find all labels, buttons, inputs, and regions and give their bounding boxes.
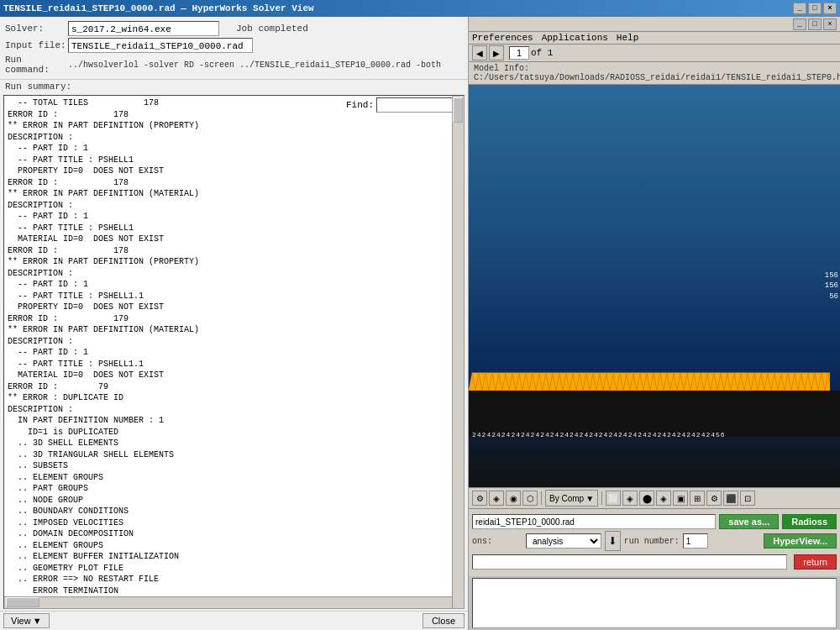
hyperview-button[interactable]: HyperView... (764, 533, 837, 549)
solver-value: s_2017.2_win64.exe (68, 21, 219, 36)
right-minimize-button[interactable]: _ (793, 18, 806, 30)
output-file-input[interactable] (472, 514, 716, 529)
find-bar: Find: (346, 97, 460, 113)
toolbar-btn-5[interactable]: ⬜ (606, 491, 621, 506)
toolbar-btn-3[interactable]: ◉ (506, 491, 521, 506)
viewport-numbers-right: 156 156 56 (825, 270, 838, 302)
job-status: Job completed (236, 24, 308, 34)
toolbar-btn-11[interactable]: ⚙ (706, 491, 722, 506)
separator-1 (541, 491, 542, 505)
right-window-controls: _ □ × (793, 18, 837, 30)
scroll-thumb-h (6, 597, 39, 607)
toolbar-btn-12[interactable]: ⬛ (723, 491, 738, 506)
toolbar-btn-1[interactable]: ⚙ (472, 491, 487, 506)
progress-row: return (472, 553, 837, 571)
analysis-label: ons: (472, 537, 522, 546)
window-controls: _ □ × (793, 3, 837, 14)
toolbar-btn-7[interactable]: ⬤ (639, 491, 654, 506)
run-number-label: run number: (624, 537, 680, 546)
viewport: 156 156 56 10 24242424242424242424242424… (469, 85, 840, 487)
analysis-dropdown-arrow[interactable]: ⬇ (605, 531, 621, 551)
left-bottom-bar: View ▼ Close (0, 611, 468, 630)
log-area[interactable]: -- TOTAL TILES 178 ERROR ID : 178 ** ERR… (3, 95, 465, 609)
mesh-svg (469, 370, 830, 391)
solver-view-panel: Solver: s_2017.2_win64.exe Job completed… (0, 17, 469, 630)
viewport-toolbar: ⚙ ◈ ◉ ⬡ By Comp ▼ ⬜ ◈ ⬤ ◈ ▣ ⊞ ⚙ ⬛ ⊡ (469, 487, 840, 509)
numbers-bottom: 2424242424242424242424242424242424242424… (469, 428, 840, 441)
main-title-bar: TENSILE_reidai1_STEP10_0000.rad — HyperW… (0, 0, 840, 17)
toolbar-btn-6[interactable]: ◈ (622, 491, 638, 506)
find-label: Find: (346, 100, 374, 110)
scrollbar-horizontal[interactable] (4, 596, 452, 608)
close-button[interactable]: Close (423, 613, 465, 628)
solver-label: Solver: (5, 24, 68, 34)
run-command-row: Run command: ../hwsolverlol -solver RD -… (5, 55, 463, 75)
close-window-button[interactable]: × (823, 3, 837, 14)
input-file-row: Input file: TENSILE_reidai1_STEP10_0000.… (5, 38, 463, 53)
applications-menu[interactable]: Applications (542, 33, 608, 43)
nav-back-button[interactable]: ◀ (472, 45, 487, 60)
toolbar-btn-13[interactable]: ⊡ (740, 491, 755, 506)
page-number-input[interactable] (509, 46, 529, 60)
toolbar-btn-4[interactable]: ⬡ (522, 491, 538, 506)
minimize-button[interactable]: _ (793, 3, 806, 14)
toolbar-btn-8[interactable]: ◈ (656, 491, 671, 506)
solver-row: Solver: s_2017.2_win64.exe Job completed (5, 21, 463, 36)
input-file-value: TENSILE_reidai1_STEP10_0000.rad (68, 38, 253, 53)
output-row: save as... Radioss (472, 514, 837, 529)
run-command-value: ../hwsolverlol -solver RD -screen ../TEN… (68, 60, 441, 70)
save-as-button[interactable]: save as... (719, 514, 779, 529)
main-container: Solver: s_2017.2_win64.exe Job completed… (0, 17, 840, 630)
right-close-button[interactable]: × (823, 18, 837, 30)
page-total: of 1 (531, 48, 553, 58)
progress-bar (472, 554, 787, 570)
scroll-thumb-v (453, 97, 463, 123)
find-input[interactable] (376, 97, 460, 113)
right-title-bar: _ □ × (469, 17, 840, 32)
input-file-label: Input file: (5, 40, 68, 50)
right-maximize-button[interactable]: □ (808, 18, 822, 30)
right-log-area (472, 578, 837, 628)
hyperworks-view-panel: _ □ × Preferences Applications Help ◀ ▶ … (469, 17, 840, 630)
toolbar-btn-2[interactable]: ◈ (489, 491, 504, 506)
page-info: of 1 (509, 46, 553, 60)
solver-header: Solver: s_2017.2_win64.exe Job completed… (0, 17, 468, 80)
maximize-button[interactable]: □ (808, 3, 822, 14)
scrollbar-vertical[interactable] (452, 96, 464, 608)
menu-bar: Preferences Applications Help (469, 32, 840, 45)
model-info-bar: Model Info: C:/Users/tatsuya/Downloads/R… (469, 62, 840, 85)
right-controls: save as... Radioss ons: analysis ⬇ run n… (469, 509, 840, 576)
run-command-label: Run command: (5, 55, 68, 75)
analysis-row: ons: analysis ⬇ run number: HyperView... (472, 531, 837, 551)
analysis-select[interactable]: analysis (526, 533, 601, 549)
view-button[interactable]: View ▼ (3, 613, 50, 628)
nav-toolbar: ◀ ▶ of 1 (469, 45, 840, 62)
run-summary-label: Run summary: (0, 80, 468, 93)
run-number-input[interactable] (683, 533, 708, 549)
separator-2 (601, 491, 602, 505)
toolbar-btn-9[interactable]: ▣ (673, 491, 688, 506)
nav-forward-button[interactable]: ▶ (489, 45, 504, 60)
app-title: TENSILE_reidai1_STEP10_0000.rad — HyperW… (3, 3, 314, 13)
by-comp-dropdown[interactable]: By Comp ▼ (545, 490, 598, 507)
toolbar-btn-10[interactable]: ⊞ (690, 491, 705, 506)
radioss-button[interactable]: Radioss (782, 514, 837, 529)
return-button[interactable]: return (794, 554, 837, 570)
help-menu[interactable]: Help (617, 33, 638, 43)
preferences-menu[interactable]: Preferences (472, 33, 533, 43)
log-content: -- TOTAL TILES 178 ERROR ID : 178 ** ERR… (4, 96, 464, 609)
